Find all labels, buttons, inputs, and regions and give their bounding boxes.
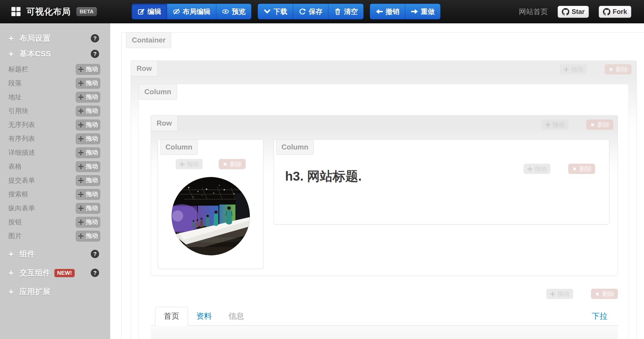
list-item-button: 按钮 拖动 (0, 215, 110, 229)
drag-handle-button[interactable]: 拖动 (76, 133, 100, 144)
close-icon (595, 291, 600, 297)
column-label[interactable]: Column (160, 139, 198, 155)
sidebar-section-basic-css[interactable]: + 基本CSS ? (0, 46, 110, 62)
drag-label: 拖动 (86, 107, 98, 115)
drag-label: 拖动 (571, 65, 583, 74)
move-icon (78, 233, 84, 239)
row-element: Row 拖动 删除 Column Row 拖动 删除 Column (131, 61, 637, 339)
row-label[interactable]: Row (131, 61, 158, 76)
drag-handle-button[interactable]: 拖动 (76, 217, 100, 227)
clear-button[interactable]: 清空 (328, 4, 364, 19)
help-icon[interactable]: ? (91, 50, 99, 58)
delete-label: 删除 (230, 160, 242, 168)
drag-handle-button[interactable]: 拖动 (76, 106, 100, 116)
item-label: 地址 (8, 93, 22, 101)
site-home-link[interactable]: 网站首页 (519, 7, 548, 17)
help-icon[interactable]: ? (91, 269, 99, 277)
plus-icon: + (8, 268, 14, 278)
delete-button[interactable]: 删除 (586, 119, 613, 130)
move-icon (527, 166, 533, 172)
drag-handle-button[interactable]: 拖动 (76, 78, 100, 88)
item-label: 详细描述 (8, 148, 35, 157)
undo-button[interactable]: 撤销 (370, 4, 405, 19)
drag-button[interactable]: 拖动 (546, 289, 573, 299)
drag-button[interactable]: 拖动 (176, 159, 203, 169)
github-star-label: Star (572, 8, 585, 16)
sidebar-section-components[interactable]: + 组件 ? (0, 246, 110, 262)
github-star-button[interactable]: Star (558, 6, 589, 18)
column-photo: Column 拖动 删除 (158, 139, 263, 269)
github-octocat-icon (603, 8, 610, 16)
github-fork-button[interactable]: Fork (599, 6, 631, 18)
column-element: Column Row 拖动 删除 Column 拖动 删除 (139, 84, 629, 339)
list-item-submit-form: 提交表单 拖动 (0, 173, 110, 187)
drag-button[interactable]: 拖动 (524, 164, 550, 174)
redo-button-label: 重做 (421, 7, 435, 16)
drag-handle-button[interactable]: 拖动 (76, 92, 100, 102)
drag-handle-button[interactable]: 拖动 (76, 161, 100, 172)
move-icon (545, 122, 551, 128)
column-label[interactable]: Column (139, 84, 177, 100)
navbar-right: 网站首页 Star Fork (519, 0, 631, 23)
move-icon (78, 205, 84, 211)
container-label[interactable]: Container (126, 32, 171, 48)
move-icon (78, 178, 84, 183)
download-button[interactable]: 下载 (258, 4, 293, 19)
drag-handle-button[interactable]: 拖动 (76, 175, 100, 186)
list-item-table: 表格 拖动 (0, 159, 110, 173)
save-button[interactable]: 保存 (293, 4, 328, 19)
edit-button[interactable]: 编辑 (132, 4, 167, 19)
delete-button[interactable]: 删除 (219, 159, 246, 169)
item-label: 引用块 (8, 106, 28, 115)
delete-button[interactable]: 删除 (605, 64, 632, 74)
preview-button[interactable]: 预览 (216, 4, 251, 19)
column-label[interactable]: Column (276, 139, 314, 155)
list-item-search-box: 搜索框 拖动 (0, 187, 110, 201)
move-icon (179, 161, 185, 167)
drag-handle-button[interactable]: 拖动 (76, 119, 100, 130)
drag-label: 拖动 (86, 218, 98, 226)
row-label[interactable]: Row (151, 115, 178, 131)
drag-handle-button[interactable]: 拖动 (76, 64, 100, 74)
sidebar-section-layout-settings[interactable]: + 布局设置 ? (0, 31, 110, 46)
sidebar-section-app-extensions[interactable]: + 应用扩展 (0, 284, 110, 300)
nested-columns: Column 拖动 删除 (151, 139, 618, 269)
drag-handle-button[interactable]: 拖动 (76, 231, 100, 241)
layout-edit-button[interactable]: 布局编辑 (167, 4, 216, 19)
drag-handle-button[interactable]: 拖动 (76, 203, 100, 213)
fashion-show-photo (172, 177, 250, 255)
drag-button[interactable]: 拖动 (560, 64, 587, 74)
list-item-unordered-list: 无序列表 拖动 (0, 118, 110, 132)
tab-home[interactable]: 首页 (155, 307, 188, 326)
redo-button[interactable]: 重做 (405, 4, 441, 19)
delete-button[interactable]: 删除 (591, 289, 618, 299)
tab-dropdown[interactable]: 下拉 (583, 307, 618, 325)
tab-content-pane (151, 326, 618, 339)
mode-button-group: 编辑 布局编辑 预览 (132, 4, 251, 19)
nested-row-element: Row 拖动 删除 Column 拖动 删除 (151, 115, 618, 276)
tab-info[interactable]: 信息 (220, 307, 252, 325)
drag-handle-button[interactable]: 拖动 (76, 147, 100, 158)
drag-button[interactable]: 拖动 (542, 119, 568, 130)
tab-profile[interactable]: 资料 (188, 307, 220, 325)
help-icon[interactable]: ? (91, 34, 99, 43)
drag-label: 拖动 (86, 148, 98, 157)
tab-bar: 首页 资料 信息 下拉 (151, 307, 618, 326)
item-label: 提交表单 (8, 176, 35, 185)
move-icon (550, 291, 555, 297)
drag-handle-button[interactable]: 拖动 (76, 189, 100, 200)
delete-label: 删除 (579, 165, 592, 173)
delete-button[interactable]: 删除 (568, 164, 595, 174)
arrow-left-icon (376, 8, 383, 15)
download-button-label: 下载 (273, 7, 287, 16)
beta-badge: BETA (76, 7, 97, 16)
edit-icon (137, 8, 145, 15)
list-item-ordered-list: 有序列表 拖动 (0, 132, 110, 146)
row-controls: 拖动 删除 (560, 64, 632, 74)
section-label: 组件 (19, 249, 35, 259)
help-icon[interactable]: ? (91, 250, 99, 258)
app-title: 可视化布局 (26, 6, 71, 18)
close-icon (222, 161, 228, 167)
sidebar-section-interactive-components[interactable]: + 交互组件 NEW! ? (0, 265, 110, 281)
basic-css-component-list: 标题栏 拖动 段落 拖动 地址 拖动 引用块 拖动 无序列表 拖动 有序列表 拖… (0, 62, 110, 243)
